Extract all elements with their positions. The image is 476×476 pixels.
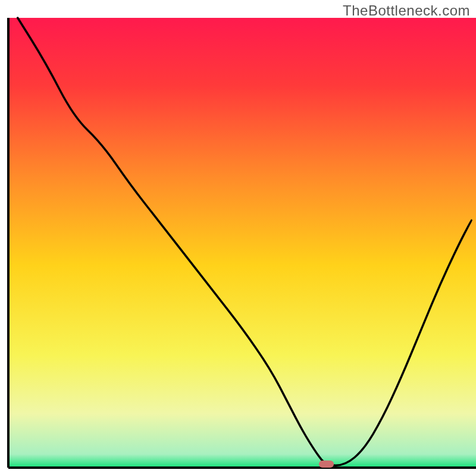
bottleneck-chart <box>0 0 476 476</box>
optimal-point-marker <box>319 461 334 468</box>
chart-frame: TheBottleneck.com <box>0 0 476 476</box>
watermark-text: TheBottleneck.com <box>343 2 470 19</box>
chart-background-gradient <box>8 18 476 468</box>
